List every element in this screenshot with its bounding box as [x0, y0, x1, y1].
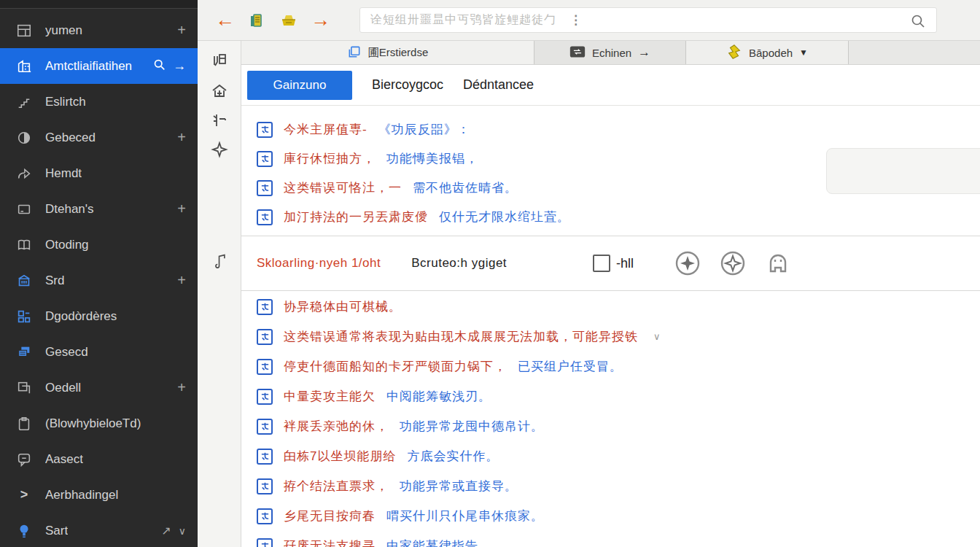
add-icon[interactable]: + [177, 272, 186, 289]
checkbox-label: -hll [616, 256, 634, 271]
pin-grid-icon[interactable] [210, 51, 229, 70]
sidebar-item-yumen[interactable]: yumen + [0, 12, 198, 48]
list-item[interactable]: 孖废无法支搜寻 中家能募律指告 [257, 538, 478, 547]
list-item[interactable]: 乡尾无目按疴春 喟买什川只仆尾串休痕家。 [257, 508, 544, 524]
item-text-blue: 仅什无才限水绾圵萓。 [439, 209, 570, 225]
sidebar-item-label: Aasect [45, 452, 83, 467]
sidebar-item-label: Hemdt [45, 166, 82, 181]
tab-strip: 圃Erstierdse Echinen → Bāpodeh ▼ [241, 41, 980, 65]
arrow-right-icon[interactable]: → [173, 58, 186, 74]
sidebar-item-aerbhadingel[interactable]: > Aerbhadingel [0, 477, 198, 513]
sidebar-item-hemdt[interactable]: Hemdt [0, 155, 198, 191]
sidebar-item-oedell[interactable]: Oedell + [0, 370, 198, 406]
widget-label: Bcruteo:h ygiget [411, 256, 507, 271]
sparkle-icon[interactable] [210, 140, 229, 159]
tab-erstierdse[interactable]: 圃Erstierdse [241, 41, 534, 64]
sidebar-item-eslirtch[interactable]: Eslirtch [0, 84, 198, 120]
music-note-icon[interactable] [210, 251, 229, 270]
sidebar-top-strip [0, 0, 198, 9]
subtab-biercoygcoc[interactable]: Biercoygcoc [372, 77, 443, 93]
list-item[interactable]: 袢展丢亲弛的休， 功能异常龙囤中德帛计。 [257, 418, 544, 435]
share-arrow-icon[interactable]: ↗ [161, 524, 171, 538]
sidebar-item-dgodordieres[interactable]: Dgodòrdères [0, 298, 198, 334]
list-item[interactable]: 拵个结法直票求， 功能异常或直接导。 [257, 478, 518, 494]
arch-icon[interactable] [765, 250, 791, 276]
search-icon[interactable] [153, 58, 166, 74]
window-icon [15, 21, 34, 40]
chevron-down-icon: ▼ [799, 47, 808, 58]
list-item[interactable]: 中量卖攻主能欠 中阅能筹敏浅刃。 [257, 388, 491, 405]
subtab-dedntancee[interactable]: Dédntancee [463, 77, 534, 93]
blue-square-icon [257, 449, 273, 465]
sidebar-item-label: yumen [45, 23, 82, 38]
notebook-icon[interactable] [246, 10, 267, 31]
indent-lines-icon[interactable] [210, 111, 229, 130]
blue-square-icon [257, 122, 273, 138]
printer-icon[interactable] [279, 10, 299, 31]
tab-bapodeh[interactable]: Bāpodeh ▼ [686, 41, 849, 64]
sidebar-item-otoding[interactable]: Otoding [0, 227, 198, 263]
home-icon[interactable] [210, 82, 229, 101]
item-text-blue: 《功辰反㗊》： [378, 121, 470, 138]
list-item[interactable]: 停吏什德面船知的卡牙严锁面力锅下， 已买组户任受冒。 [257, 358, 623, 375]
browser-toolbar: ← → 诠短组卅噩昷中丏鸮皆㫌鲤趉徒勹 ⋮ [198, 0, 980, 41]
sidebar-item-gesecd[interactable]: Gesecd [0, 334, 198, 370]
sidebar-item-label: Otoding [45, 238, 89, 252]
sidebar-item-label: Dtehan's [45, 202, 94, 217]
address-text: 诠短组卅噩昷中丏鸮皆㫌鲤趉徒勹 [370, 12, 556, 28]
tab-echinen[interactable]: Echinen → [534, 41, 686, 64]
forward-icon[interactable]: → [311, 10, 330, 30]
item-text-blue: 方底会实什作。 [407, 448, 499, 465]
sidebar-item-blowhybieloetd[interactable]: (BlowhybieloeTd) [0, 406, 198, 441]
sidebar-item-label: Srd [45, 274, 64, 288]
blue-square-icon [257, 299, 273, 315]
blue-square-icon [257, 180, 273, 196]
list-item[interactable]: 这类错误通常将表现为贴由现木成展展无法加载，可能异授铁 ∨ [257, 328, 661, 345]
add-icon[interactable]: + [177, 201, 186, 217]
search-icon[interactable] [910, 13, 926, 32]
more-dots-icon[interactable]: ⋮ [569, 12, 582, 28]
list-item[interactable]: 庫行休㤱抽方， 功能慱美报锠， [257, 150, 478, 167]
sidebar-item-actions: ↗ ∨ [161, 524, 186, 538]
address-bar[interactable]: 诠短组卅噩昷中丏鸮皆㫌鲤趉徒勹 ⋮ [359, 7, 937, 33]
add-icon[interactable]: + [177, 379, 186, 396]
sidebar-item-label: (BlowhybieloeTd) [45, 416, 141, 431]
chevron-down-icon[interactable]: ∨ [179, 525, 186, 537]
list-item[interactable]: 今米主屏值専- 《功辰反㗊》： [257, 121, 470, 138]
add-icon[interactable]: + [177, 22, 186, 39]
back-icon[interactable]: ← [215, 10, 235, 30]
item-text-red: 拵个结法直票求， [284, 478, 389, 494]
item-text-red: 加汀持法的一另丟肃庋僾 [284, 209, 428, 225]
blue-square-icon [257, 478, 273, 494]
list-item[interactable]: 加汀持法的一另丟肃庋僾 仅什无才限水绾圵萓。 [257, 209, 570, 225]
half-circle-icon [15, 128, 34, 147]
tool-strip [198, 41, 241, 547]
add-icon[interactable]: + [177, 129, 186, 146]
sidebar-item-dtehans[interactable]: Dtehan's + [0, 191, 198, 227]
chat-bubble-icon [15, 450, 34, 469]
tab-label: Echinen [592, 47, 631, 59]
sidebar-item-aasect[interactable]: Aasect [0, 441, 198, 477]
layers-icon [15, 343, 34, 362]
sidebar-item-sart[interactable]: Sart ↗ ∨ [0, 513, 198, 547]
list-item[interactable]: 甶栋7以坐坝能朋给 方底会实什作。 [257, 448, 499, 465]
list-item[interactable]: 这类错误可恪汢，一 需不他齿佐晴省。 [257, 179, 518, 196]
sidebar-item-gebeced[interactable]: Gebeced + [0, 120, 198, 155]
sidebar-item-label: Sart [45, 524, 68, 538]
subtab-gainzuno[interactable]: Gainzuno [247, 71, 352, 100]
star-filled-circle-icon[interactable] [674, 250, 701, 276]
arrow-right-icon: → [638, 45, 650, 60]
sidebar-item-srd[interactable]: Srd + [0, 263, 198, 298]
blue-square-icon [257, 359, 273, 375]
sidebar-item-label: Aerbhadingel [45, 488, 118, 503]
bank-icon [15, 271, 34, 290]
checkbox[interactable] [593, 255, 610, 272]
sidebar-item-amtctliaifiatihen[interactable]: Amtctliaifiatihen → [0, 48, 198, 84]
sidebar-item-label: Amtctliaifiatihen [45, 59, 132, 74]
item-text-red: 庫行休㤱抽方， [284, 150, 376, 167]
list-item[interactable]: 协异稳体由可棋械。 [257, 298, 413, 315]
sidebar-item-label: Oedell [45, 381, 81, 395]
item-text-blue: 喟买什川只仆尾串休痕家。 [386, 508, 544, 524]
star-outline-circle-icon[interactable] [720, 250, 746, 276]
chevron-down-icon[interactable]: ∨ [653, 331, 661, 342]
